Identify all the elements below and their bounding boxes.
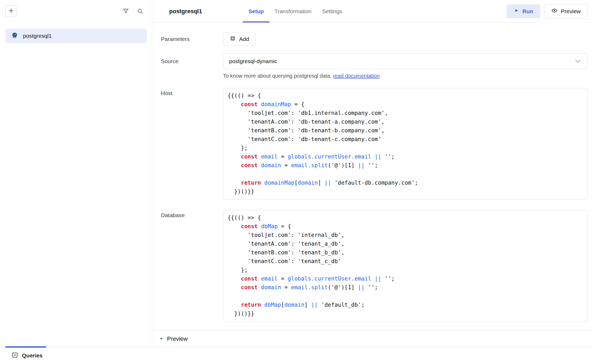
host-row: Host {{(() => { const domainMap = { 'too… (152, 88, 592, 199)
query-sidebar: postgresql1 (0, 0, 152, 347)
code-line: return dbMap[domain] || 'default_db'; (228, 301, 583, 309)
preview-section-label: Preview (167, 335, 188, 342)
preview-section-toggle[interactable]: Preview (152, 330, 592, 347)
sidebar-header (0, 0, 152, 17)
code-line: return domainMap[domain] || 'default-db.… (228, 179, 583, 187)
code-line: 'tenantA.com': 'tenant_a_db', (228, 240, 583, 248)
editor-tabs: Setup Transformation Settings (248, 0, 342, 22)
code-line: }; (228, 144, 583, 152)
source-control: postgresql-dynamic (223, 53, 588, 69)
run-button[interactable]: Run (506, 4, 540, 18)
preview-button-label: Preview (561, 8, 581, 15)
read-documentation-link[interactable]: read documentation (333, 73, 380, 79)
plus-square-icon (230, 35, 236, 43)
parameters-row: Parameters Add (152, 32, 592, 46)
code-line: 'tenantB.com': 'tenant_b_db', (228, 248, 583, 257)
preview-button[interactable]: Preview (544, 4, 588, 18)
code-line: const email = globals.currentUser.email … (228, 152, 583, 161)
helper-text: To know more about querying postgresql d… (223, 73, 333, 79)
code-line: })()}} (228, 309, 583, 318)
query-title: postgresql1 (169, 8, 202, 15)
add-parameter-button[interactable]: Add (223, 32, 256, 46)
code-line (228, 170, 583, 179)
code-line: const email = globals.currentUser.email … (228, 274, 583, 283)
query-list-item-postgresql1[interactable]: postgresql1 (5, 29, 147, 43)
tab-setup[interactable]: Setup (248, 0, 264, 22)
plus-icon (8, 8, 14, 15)
code-line: {{(() => { (228, 91, 583, 100)
code-line: {{(() => { (228, 213, 583, 222)
database-control: {{(() => { const dbMap = { 'tooljet.com'… (223, 210, 588, 321)
database-code-editor[interactable]: {{(() => { const dbMap = { 'tooljet.com'… (223, 210, 588, 321)
code-line: const domain = email.split('@')[1] || ''… (228, 161, 583, 170)
tab-settings[interactable]: Settings (322, 0, 342, 22)
code-line: 'tenantC.com': 'tenant_c_db' (228, 257, 583, 266)
source-select-value: postgresql-dynamic (229, 58, 277, 64)
code-line: const domain = email.split('@')[1] || ''… (228, 283, 583, 292)
source-label: Source (161, 58, 223, 64)
tab-transformation[interactable]: Transformation (274, 0, 311, 22)
code-line (228, 292, 583, 301)
chevron-down-icon (574, 57, 582, 65)
source-select[interactable]: postgresql-dynamic (223, 53, 588, 69)
header-actions: Run Preview (506, 4, 588, 18)
postgresql-icon (11, 32, 18, 40)
source-helper-text: To know more about querying postgresql d… (223, 73, 588, 79)
run-button-label: Run (522, 8, 533, 15)
parameters-label: Parameters (161, 36, 223, 42)
bottom-bar: Queries (0, 347, 592, 364)
app-window: postgresql1 postgresql1 Setup Transforma… (0, 0, 592, 364)
code-line: 'tooljet.com': 'db1.internal.company.com… (228, 109, 583, 118)
add-parameter-label: Add (239, 36, 249, 42)
code-line: })()}} (228, 187, 583, 196)
host-label: Host (161, 88, 223, 96)
database-row: Database {{(() => { const dbMap = { 'too… (152, 210, 592, 321)
code-line: const dbMap = { (228, 222, 583, 231)
sidebar-header-icons (122, 8, 144, 15)
query-editor-panel: postgresql1 Setup Transformation Setting… (152, 0, 592, 347)
caret-up-icon (159, 336, 163, 342)
search-icon[interactable] (137, 8, 144, 15)
query-editor-header: postgresql1 Setup Transformation Setting… (152, 0, 592, 23)
database-label: Database (161, 210, 223, 218)
eye-icon (551, 7, 558, 15)
code-line: 'tooljet.com': 'internal_db', (228, 231, 583, 240)
code-line: 'tenantA.com': 'db-tenant-a.company.com'… (228, 118, 583, 126)
host-code-editor[interactable]: {{(() => { const domainMap = { 'tooljet.… (223, 88, 588, 199)
play-icon (514, 8, 519, 15)
queries-panel-icon (11, 352, 18, 360)
host-control: {{(() => { const domainMap = { 'tooljet.… (223, 88, 588, 199)
queries-active-indicator (5, 346, 46, 348)
query-list: postgresql1 (0, 29, 152, 43)
filter-icon[interactable] (122, 8, 129, 15)
setup-form: Parameters Add Source po (152, 23, 592, 330)
query-item-label: postgresql1 (23, 33, 52, 39)
parameters-control: Add (223, 32, 588, 46)
add-query-button[interactable] (5, 5, 17, 17)
queries-panel-label[interactable]: Queries (22, 352, 43, 359)
code-line: const domainMap = { (228, 100, 583, 109)
source-row: Source postgresql-dynamic (152, 53, 592, 69)
main-row: postgresql1 postgresql1 Setup Transforma… (0, 0, 592, 347)
code-line: }; (228, 266, 583, 274)
code-line: 'tenantC.com': 'db-tenant-c.company.com' (228, 135, 583, 144)
code-line: 'tenantB.com': 'db-tenant-b.company.com'… (228, 126, 583, 135)
